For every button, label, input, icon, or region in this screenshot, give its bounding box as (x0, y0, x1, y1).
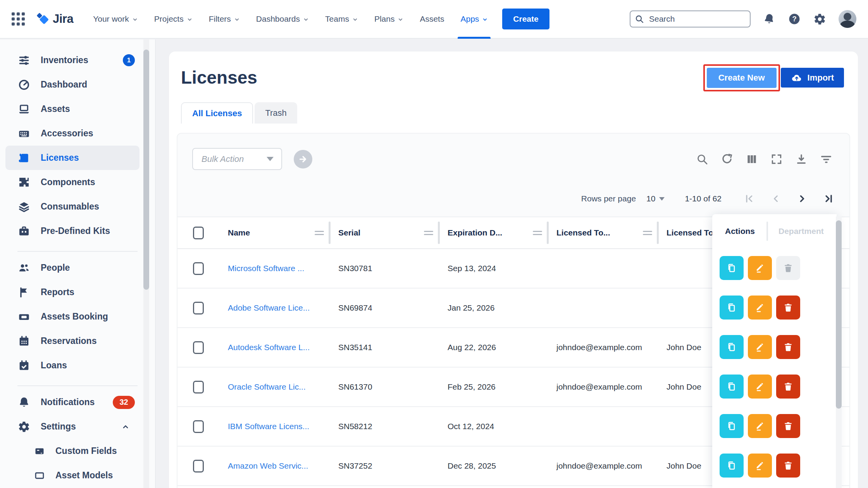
chevron-down-icon (352, 17, 358, 22)
columns-icon[interactable] (746, 153, 758, 165)
sidebar-item-settings[interactable]: Settings (5, 414, 140, 439)
column-header-department: Department (778, 227, 824, 236)
delete-button[interactable] (776, 454, 800, 478)
edit-button[interactable] (748, 454, 772, 478)
search-input[interactable] (630, 10, 751, 27)
row-checkbox[interactable] (193, 262, 204, 275)
sidebar-item-accessories[interactable]: Accessories (5, 121, 140, 146)
delete-button[interactable] (776, 375, 800, 399)
column-drag-handle[interactable] (315, 231, 324, 235)
chevron-down-icon (234, 17, 240, 22)
license-name-link[interactable]: Amazon Web Servic... (228, 461, 308, 471)
import-button[interactable]: Import (781, 68, 844, 88)
edit-button[interactable] (748, 296, 772, 320)
nav-item-teams[interactable]: Teams (319, 0, 365, 38)
calendar-check-icon (17, 359, 31, 372)
column-drag-handle[interactable] (533, 231, 542, 235)
sidebar-item-reports[interactable]: Reports (5, 280, 140, 304)
copy-button[interactable] (720, 296, 744, 320)
sidebar-item-dashboard[interactable]: Dashboard (5, 72, 140, 97)
nav-item-your-work[interactable]: Your work (86, 0, 145, 38)
filter-icon[interactable] (820, 153, 832, 165)
nav-item-projects[interactable]: Projects (148, 0, 199, 38)
expiration-date-value: Sep 13, 2024 (448, 264, 496, 273)
bulk-action-select[interactable]: Bulk Action (192, 148, 282, 170)
license-name-link[interactable]: Adobe Software Lice... (228, 303, 310, 313)
search-icon[interactable] (696, 153, 708, 165)
row-checkbox[interactable] (193, 381, 204, 393)
license-name-link[interactable]: Autodesk Software L... (228, 343, 310, 352)
select-all-checkbox[interactable] (193, 227, 204, 239)
row-checkbox[interactable] (193, 420, 204, 433)
column-header-licensed-to[interactable]: Licensed To... (556, 228, 610, 237)
row-checkbox[interactable] (193, 460, 204, 473)
copy-button[interactable] (720, 414, 744, 438)
sidebar-item-components[interactable]: Components (5, 170, 140, 194)
copy-button[interactable] (720, 375, 744, 399)
edit-button[interactable] (748, 335, 772, 359)
column-header-expiration-date[interactable]: Expiration D... (448, 228, 502, 237)
delete-button[interactable] (776, 296, 800, 320)
refresh-icon[interactable] (721, 153, 733, 165)
sidebar-item-custom-fields[interactable]: Custom Fields (5, 439, 140, 463)
sidebar-item-asset-models[interactable]: Asset Models (5, 463, 140, 488)
column-header-serial[interactable]: Serial (338, 228, 360, 237)
license-name-link[interactable]: Microsoft Software ... (228, 264, 304, 273)
page-title: Licenses (181, 67, 257, 88)
sidebar-item-people[interactable]: People (5, 256, 140, 280)
settings-gear-icon[interactable] (813, 13, 826, 26)
download-icon[interactable] (795, 153, 808, 165)
sidebar-item-assets-booking[interactable]: Assets Booking (5, 304, 140, 329)
page-size-select[interactable]: 10 (646, 194, 665, 203)
jira-logo[interactable]: Jira (35, 12, 73, 26)
tab-all-licenses[interactable]: All Licenses (181, 102, 253, 124)
column-drag-handle[interactable] (643, 231, 652, 235)
column-header-name[interactable]: Name (228, 228, 250, 237)
gauge-icon (17, 79, 31, 91)
nav-item-filters[interactable]: Filters (202, 0, 246, 38)
sidebar-scrollbar-thumb[interactable] (143, 50, 149, 290)
fullscreen-icon[interactable] (770, 153, 783, 165)
bulk-action-go-button[interactable] (294, 150, 312, 168)
sidebar-item-notifications[interactable]: Notifications 32 (5, 390, 140, 414)
table-scrollbar-thumb[interactable] (836, 220, 842, 409)
last-page-icon[interactable] (823, 193, 834, 204)
create-button[interactable]: Create (502, 9, 549, 29)
row-checkbox[interactable] (193, 341, 204, 354)
previous-page-icon[interactable] (770, 193, 781, 204)
sidebar-item-licenses[interactable]: Licenses (5, 146, 140, 170)
nav-item-plans[interactable]: Plans (368, 0, 410, 38)
sidebar-item-inventories[interactable]: Inventories 1 (5, 48, 140, 72)
nav-item-dashboards[interactable]: Dashboards (250, 0, 315, 38)
delete-button[interactable] (776, 335, 800, 359)
help-icon[interactable]: ? (788, 12, 801, 26)
license-icon (17, 152, 31, 164)
nav-item-apps[interactable]: Apps (454, 0, 494, 38)
license-name-link[interactable]: IBM Software Licens... (228, 422, 309, 431)
nav-item-assets[interactable]: Assets (413, 0, 451, 38)
edit-button[interactable] (748, 256, 772, 280)
first-page-icon[interactable] (744, 193, 755, 204)
user-avatar[interactable] (839, 10, 856, 28)
row-checkbox[interactable] (193, 302, 204, 314)
bulk-action-placeholder: Bulk Action (193, 154, 244, 164)
sidebar-item-loans[interactable]: Loans (5, 353, 140, 378)
edit-button[interactable] (748, 375, 772, 399)
notifications-bell-icon[interactable] (763, 13, 775, 25)
sidebar-item-pre-defined-kits[interactable]: Pre-Defined Kits (5, 219, 140, 243)
row-actions (712, 327, 837, 367)
sidebar-item-reservations[interactable]: Reservations (5, 329, 140, 353)
tab-trash[interactable]: Trash (255, 102, 297, 124)
copy-button[interactable] (720, 454, 744, 478)
column-drag-handle[interactable] (424, 231, 433, 235)
delete-button[interactable] (776, 414, 800, 438)
sidebar-item-assets[interactable]: Assets (5, 97, 140, 121)
sidebar-item-consumables[interactable]: Consumables (5, 194, 140, 219)
create-new-button[interactable]: Create New (707, 68, 777, 88)
copy-button[interactable] (720, 256, 744, 280)
app-switcher-icon[interactable] (12, 12, 25, 26)
edit-button[interactable] (748, 414, 772, 438)
next-page-icon[interactable] (797, 193, 808, 204)
license-name-link[interactable]: Oracle Software Lic... (228, 382, 306, 392)
copy-button[interactable] (720, 335, 744, 359)
